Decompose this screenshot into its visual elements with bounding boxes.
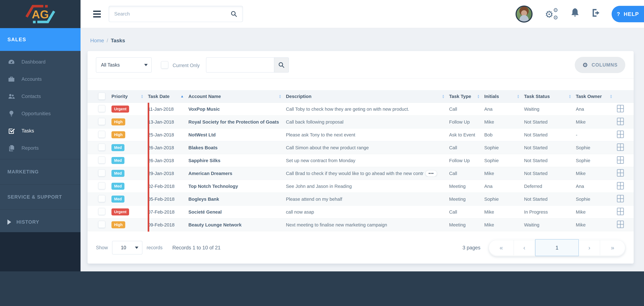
sidebar-item-contacts[interactable]: Contacts <box>0 88 80 105</box>
column-header-task-status[interactable]: Task Status ▲▼ <box>524 94 576 99</box>
pagination-prev-button[interactable]: ‹ <box>514 240 535 256</box>
expand-row-icon[interactable] <box>617 208 624 215</box>
row-checkbox[interactable] <box>98 195 105 202</box>
account-name-cell[interactable]: Top Notch Technology <box>188 184 286 189</box>
sidebar-item-reports[interactable]: Reports <box>0 139 80 157</box>
column-header-initials[interactable]: Initials ▲▼ <box>484 94 524 99</box>
account-name-cell[interactable]: NotWest Ltd <box>188 132 286 137</box>
account-name-cell[interactable]: Beauty Lounge Network <box>188 222 286 228</box>
sidebar-section-history[interactable]: HISTORY <box>0 210 80 235</box>
account-name-cell[interactable]: Royal Society for the Protection of Goat… <box>188 119 286 125</box>
page-size-select[interactable]: 10 <box>112 241 142 255</box>
select-all-checkbox[interactable] <box>98 92 105 100</box>
expand-row-icon[interactable] <box>617 195 624 202</box>
column-header-priority[interactable]: Priority ▲▼ <box>112 94 148 99</box>
columns-button[interactable]: ⚙ COLUMNS <box>575 57 625 73</box>
account-name-cell[interactable]: Bogleys Bank <box>188 197 286 202</box>
row-checkbox[interactable] <box>98 156 105 164</box>
sort-icon[interactable]: ▲▼ <box>610 94 612 98</box>
pagination-current-page[interactable]: 1 <box>535 239 579 256</box>
sign-out-icon[interactable] <box>591 8 602 18</box>
task-owner-cell: Mike <box>576 222 617 228</box>
sort-icon[interactable]: ▲▼ <box>442 94 444 98</box>
account-name-cell[interactable]: Societé Geneal <box>188 209 286 215</box>
table-row[interactable]: High 09-Feb-2018 Beauty Lounge Network N… <box>88 219 634 231</box>
pagination-first-button[interactable]: « <box>489 240 514 256</box>
column-header-description[interactable]: Description ▲▼ <box>286 94 449 99</box>
row-checkbox[interactable] <box>98 208 105 215</box>
row-checkbox[interactable] <box>98 221 105 228</box>
sort-icon[interactable]: ▲▼ <box>278 94 282 98</box>
task-owner-cell: Sophie <box>576 158 617 163</box>
account-name-cell[interactable]: American Dreamers <box>188 171 286 176</box>
expand-row-icon[interactable] <box>617 221 624 228</box>
expand-row-icon[interactable] <box>617 105 624 112</box>
sidebar-section-service-support[interactable]: SERVICE & SUPPORT <box>0 184 80 210</box>
initials-cell: Mike <box>484 119 524 125</box>
sort-icon[interactable]: ▲▼ <box>568 94 571 98</box>
sort-icon[interactable]: ▲▼ <box>141 94 144 98</box>
table-filter-search-button[interactable] <box>274 57 289 72</box>
pagination-last-button[interactable]: » <box>600 240 625 256</box>
search-icon[interactable] <box>230 10 237 17</box>
sort-icon[interactable]: ▲ <box>180 94 184 98</box>
table-row[interactable]: Urgent 11-Jan-2018 VoxPop Music Call Tob… <box>88 103 634 116</box>
expand-row-icon[interactable] <box>617 131 624 138</box>
expand-row-icon[interactable] <box>617 156 624 164</box>
account-name-cell[interactable]: Sapphire Silks <box>188 158 286 163</box>
priority-badge: High <box>112 118 125 125</box>
sidebar-item-accounts[interactable]: Accounts <box>0 70 80 88</box>
sidebar-group-sales[interactable]: SALES <box>0 28 80 51</box>
expand-row-icon[interactable] <box>617 118 624 125</box>
task-filter-select[interactable]: All Tasks <box>96 57 152 72</box>
settings-gears-icon[interactable]: ⚙⚙⚙ <box>545 8 560 21</box>
table-row[interactable]: High 25-Jan-2018 NotWest Ltd Please ask … <box>88 128 634 141</box>
table-row[interactable]: Med 02-Feb-2018 Top Notch Technology See… <box>88 180 634 193</box>
pagination-next-button[interactable]: › <box>579 240 600 256</box>
sidebar-item-dashboard[interactable]: Dashboard <box>0 53 80 70</box>
column-header-task-type[interactable]: Task Type ▲▼ <box>449 94 484 99</box>
expand-row-icon[interactable] <box>617 182 624 189</box>
expand-row-icon[interactable] <box>617 143 624 151</box>
account-name-cell[interactable]: VoxPop Music <box>188 106 286 112</box>
table-row[interactable]: High 13-Jan-2018 Royal Society for the P… <box>88 116 634 128</box>
row-checkbox[interactable] <box>98 131 105 138</box>
sidebar-section-marketing[interactable]: MARKETING <box>0 159 80 184</box>
user-avatar[interactable] <box>516 5 532 22</box>
sidebar-item-tasks[interactable]: Tasks <box>0 122 80 139</box>
sort-icon[interactable]: ▲▼ <box>517 94 520 98</box>
description-cell: See John and Jason in Reading <box>286 184 352 189</box>
row-checkbox[interactable] <box>98 144 105 151</box>
table-row[interactable]: Med 26-Jan-2018 Sapphire Silks Set up ne… <box>88 154 634 167</box>
task-status-cell: In Progress <box>524 209 576 215</box>
row-checkbox[interactable] <box>98 169 105 176</box>
column-header-account-name[interactable]: Account Name ▲▼ <box>188 94 286 99</box>
row-checkbox[interactable] <box>98 105 105 112</box>
column-header-task-owner[interactable]: Task Owner ▲▼ <box>576 94 617 99</box>
account-name-cell[interactable]: Blakes Boats <box>188 145 286 150</box>
priority-badge: Med <box>112 170 124 177</box>
notifications-bell-icon[interactable] <box>570 7 580 18</box>
more-ellipsis-button[interactable]: ••• <box>425 170 437 177</box>
tasks-card: All Tasks Current Only ⚙ COLUMNS Priorit… <box>88 51 634 264</box>
row-checkbox[interactable] <box>98 118 105 125</box>
table-row[interactable]: Med 05-Feb-2018 Bogleys Bank Please atte… <box>88 193 634 206</box>
expand-row-icon[interactable] <box>617 169 624 177</box>
help-button[interactable]: ? HELP <box>612 6 644 22</box>
sort-icon[interactable]: ▲▼ <box>477 94 480 98</box>
table-row[interactable]: Med 26-Jan-2018 Blakes Boats Call Simon … <box>88 141 634 154</box>
row-checkbox[interactable] <box>98 182 105 189</box>
app-logo[interactable]: AG <box>0 0 80 28</box>
table-filter-input[interactable] <box>206 57 274 72</box>
current-only-checkbox[interactable] <box>161 61 168 68</box>
task-date-cell: 25-Jan-2018 <box>148 132 188 137</box>
global-search-input[interactable] <box>109 11 230 17</box>
column-header-task-date[interactable]: Task Date ▲ <box>148 94 188 99</box>
table-row[interactable]: Urgent 07-Feb-2018 Societé Geneal call n… <box>88 206 634 219</box>
menu-hamburger-icon[interactable] <box>93 10 101 17</box>
breadcrumb-home-link[interactable]: Home <box>90 38 104 43</box>
sidebar-item-opportunities[interactable]: Opportunities <box>0 105 80 122</box>
task-type-cell: Follow Up <box>449 119 484 125</box>
description-cell: Call back following proposal <box>286 119 344 125</box>
table-row[interactable]: Med 29-Jan-2018 American Dreamers Call B… <box>88 167 634 180</box>
